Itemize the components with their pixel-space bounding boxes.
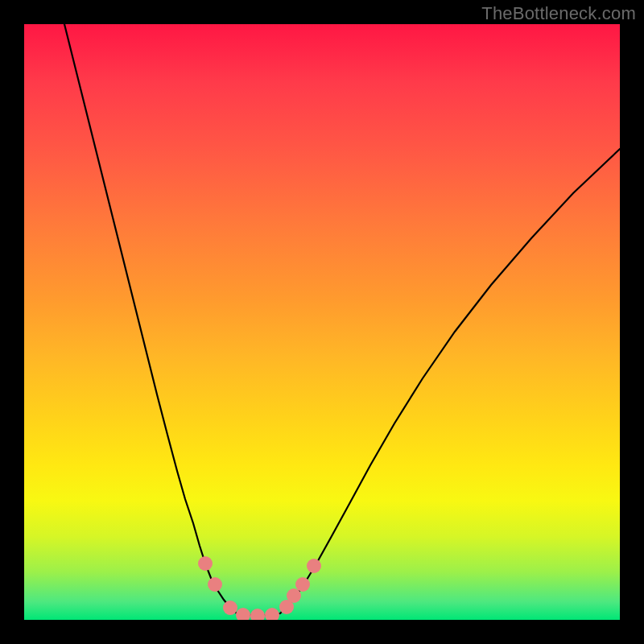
marker-group bbox=[198, 556, 321, 620]
marker-point bbox=[307, 559, 321, 573]
marker-point bbox=[295, 577, 310, 592]
marker-point bbox=[250, 609, 265, 620]
bottleneck-curve bbox=[64, 24, 620, 616]
marker-point bbox=[208, 577, 222, 592]
marker-point bbox=[265, 608, 279, 620]
marker-point bbox=[198, 556, 213, 571]
chart-svg bbox=[24, 24, 620, 620]
watermark-text: TheBottleneck.com bbox=[481, 3, 636, 24]
marker-point bbox=[223, 601, 237, 615]
marker-point bbox=[236, 608, 250, 620]
outer-frame: TheBottleneck.com bbox=[0, 0, 644, 644]
marker-point bbox=[287, 588, 301, 603]
